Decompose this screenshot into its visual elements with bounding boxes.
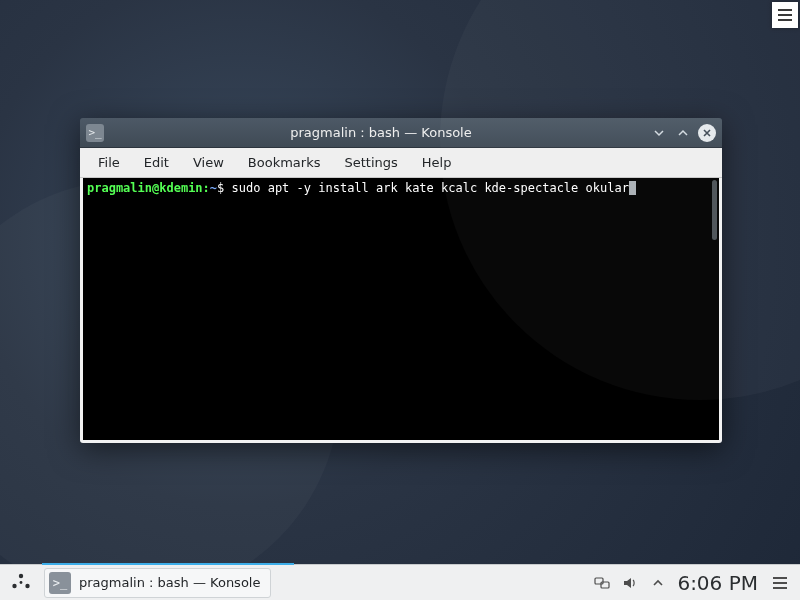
konsole-task-icon: >_ (49, 572, 71, 594)
menu-edit[interactable]: Edit (132, 150, 181, 175)
kde-logo-icon (8, 570, 34, 596)
hamburger-icon (773, 582, 787, 584)
application-launcher[interactable] (0, 565, 42, 600)
menubar: File Edit View Bookmarks Settings Help (80, 148, 722, 178)
window-close-button[interactable] (698, 124, 716, 142)
prompt-userhost: pragmalin@kdemin (87, 181, 203, 195)
terminal-command: sudo apt -y install ark kate kcalc kde-s… (232, 181, 629, 195)
chevron-up-icon (653, 578, 663, 588)
prompt-symbol: $ (217, 181, 224, 195)
menu-view[interactable]: View (181, 150, 236, 175)
svg-point-0 (19, 573, 23, 577)
chevron-down-icon (653, 127, 665, 139)
konsole-app-icon: >_ (86, 124, 104, 142)
svg-rect-5 (601, 582, 609, 588)
hamburger-icon (778, 14, 792, 16)
desktop-menu-button[interactable] (772, 2, 798, 28)
chevron-up-icon (677, 127, 689, 139)
taskbar-entry-label: pragmalin : bash — Konsole (79, 575, 260, 590)
network-tray-icon[interactable] (593, 574, 611, 592)
taskbar-clock[interactable]: 6:06 PM (677, 571, 758, 595)
system-tray: 6:06 PM (585, 571, 800, 595)
network-icon (594, 575, 610, 591)
menu-help[interactable]: Help (410, 150, 464, 175)
window-minimize-button[interactable] (650, 124, 668, 142)
taskbar: >_ pragmalin : bash — Konsole 6:06 PM (0, 564, 800, 600)
close-icon (702, 128, 712, 138)
terminal-scrollbar[interactable] (712, 180, 717, 240)
panel-settings-button[interactable] (768, 571, 792, 595)
menu-settings[interactable]: Settings (332, 150, 409, 175)
volume-tray-icon[interactable] (621, 574, 639, 592)
konsole-window: >_ pragmalin : bash — Konsole File Edit … (80, 118, 722, 443)
terminal-cursor (629, 181, 636, 195)
window-maximize-button[interactable] (674, 124, 692, 142)
volume-icon (622, 575, 638, 591)
tray-expand-arrow[interactable] (649, 574, 667, 592)
menu-bookmarks[interactable]: Bookmarks (236, 150, 333, 175)
svg-point-2 (25, 583, 29, 587)
prompt-sep: : (203, 181, 210, 195)
menu-file[interactable]: File (86, 150, 132, 175)
prompt-path: ~ (210, 181, 217, 195)
svg-rect-4 (595, 578, 603, 584)
taskbar-entry-konsole[interactable]: >_ pragmalin : bash — Konsole (44, 568, 271, 598)
svg-point-3 (20, 581, 23, 584)
svg-point-1 (12, 583, 16, 587)
terminal-frame: pragmalin@kdemin:~$ sudo apt -y install … (80, 178, 722, 443)
terminal[interactable]: pragmalin@kdemin:~$ sudo apt -y install … (83, 178, 719, 440)
window-titlebar[interactable]: >_ pragmalin : bash — Konsole (80, 118, 722, 148)
task-progress-indicator (42, 563, 294, 565)
window-title: pragmalin : bash — Konsole (112, 125, 650, 140)
